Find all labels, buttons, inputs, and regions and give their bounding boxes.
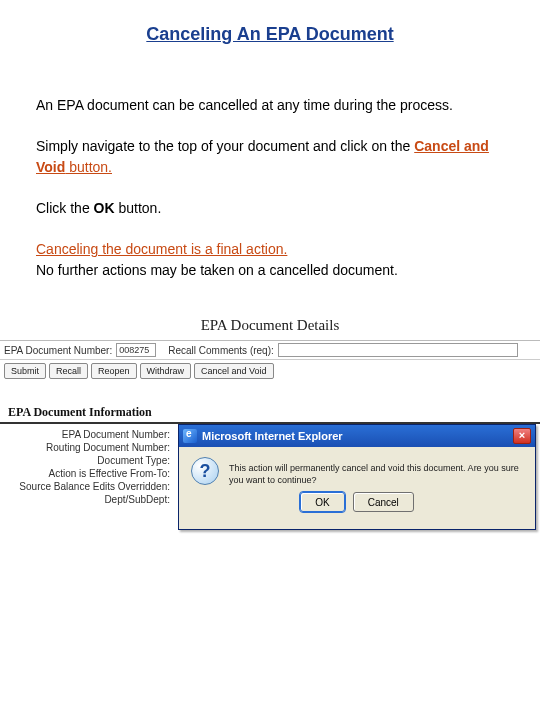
- info-label: Source Balance Edits Overridden:: [0, 480, 170, 493]
- info-label: Document Type:: [0, 454, 170, 467]
- reopen-button[interactable]: Reopen: [91, 363, 137, 379]
- info-label: EPA Document Number:: [0, 428, 170, 441]
- submit-button[interactable]: Submit: [4, 363, 46, 379]
- text-fragment: Click the: [36, 200, 94, 216]
- question-icon: ?: [191, 457, 219, 485]
- dialog-title: Microsoft Internet Explorer: [202, 430, 513, 442]
- text-fragment: button.: [115, 200, 162, 216]
- field-row-top: EPA Document Number: Recall Comments (re…: [0, 341, 540, 359]
- info-label: Action is Effective From-To:: [0, 467, 170, 480]
- paragraph-click-ok: Click the OK button.: [36, 198, 504, 219]
- instruction-content: An EPA document can be cancelled at any …: [0, 95, 540, 281]
- info-label: Dept/SubDept:: [0, 493, 170, 506]
- app-screenshot: EPA Document Details EPA Document Number…: [0, 311, 540, 554]
- text-fragment: button.: [65, 159, 112, 175]
- close-icon[interactable]: ×: [513, 428, 531, 444]
- doc-num-input[interactable]: [116, 343, 156, 357]
- warning-line-1: Canceling the document is a final action…: [36, 241, 287, 257]
- confirm-dialog: Microsoft Internet Explorer × ? This act…: [178, 424, 536, 530]
- dialog-body: ? This action will permanently cancel an…: [179, 447, 535, 492]
- ie-icon: [183, 429, 197, 443]
- page-title: Canceling An EPA Document: [0, 24, 540, 45]
- button-ref-ok: OK: [94, 200, 115, 216]
- dialog-button-row: OK Cancel: [179, 492, 535, 520]
- doc-num-label: EPA Document Number:: [4, 345, 112, 356]
- label-text: Document Type:: [97, 455, 170, 466]
- warning-line-2: No further actions may be taken on a can…: [36, 262, 398, 278]
- info-section-header: EPA Document Information: [0, 401, 540, 424]
- label-text: Action is Effective From-To:: [48, 468, 170, 479]
- paragraph-navigate: Simply navigate to the top of your docum…: [36, 136, 504, 178]
- label-text: Routing Document Number:: [46, 442, 170, 453]
- withdraw-button[interactable]: Withdraw: [140, 363, 192, 379]
- cancel-void-button[interactable]: Cancel and Void: [194, 363, 274, 379]
- dialog-cancel-button[interactable]: Cancel: [353, 492, 414, 512]
- dialog-message: This action will permanently cancel and …: [229, 457, 523, 486]
- label-text: Dept/SubDept:: [104, 494, 170, 505]
- label-text: EPA Document Number:: [62, 429, 170, 440]
- text-fragment: Simply navigate to the top of your docum…: [36, 138, 414, 154]
- recall-button[interactable]: Recall: [49, 363, 88, 379]
- paragraph-warning: Canceling the document is a final action…: [36, 239, 504, 281]
- dialog-titlebar[interactable]: Microsoft Internet Explorer ×: [179, 425, 535, 447]
- action-button-row: Submit Recall Reopen Withdraw Cancel and…: [0, 359, 540, 385]
- recall-label: Recall Comments (req):: [168, 345, 274, 356]
- label-text: Source Balance Edits Overridden:: [19, 481, 170, 492]
- app-header: EPA Document Details: [0, 311, 540, 340]
- recall-comments-input[interactable]: [278, 343, 518, 357]
- paragraph-intro: An EPA document can be cancelled at any …: [36, 95, 504, 116]
- info-label: Routing Document Number:: [0, 441, 170, 454]
- dialog-ok-button[interactable]: OK: [300, 492, 344, 512]
- info-area: EPA Document Number: Routing Document Nu…: [0, 424, 540, 554]
